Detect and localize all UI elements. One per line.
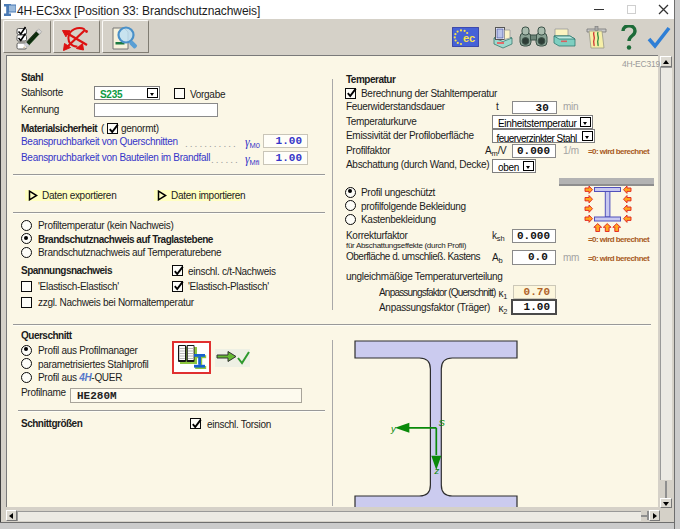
svg-text:z: z bbox=[434, 465, 440, 476]
svg-text:ec: ec bbox=[463, 32, 475, 44]
svg-text:S: S bbox=[439, 417, 446, 428]
